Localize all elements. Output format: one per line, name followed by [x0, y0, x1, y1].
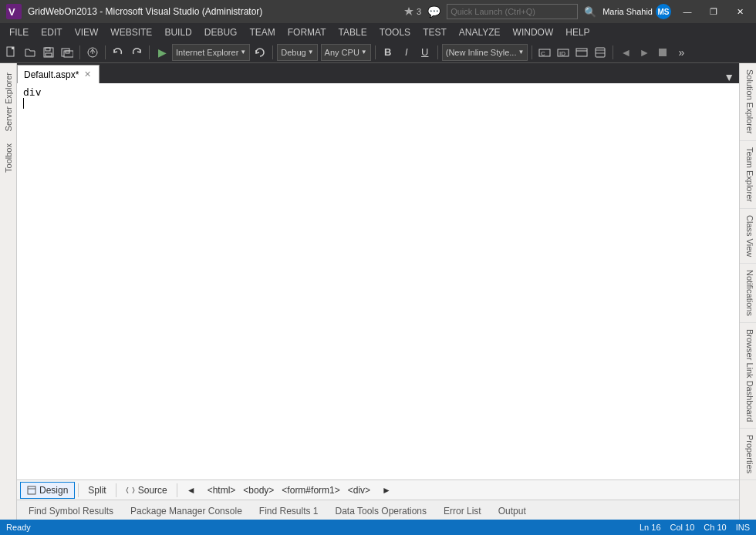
underline-btn[interactable]: U [417, 44, 434, 61]
menu-build[interactable]: BUILD [158, 25, 197, 39]
search-icon[interactable]: 🔍 [584, 6, 596, 18]
run-icon[interactable]: ▶ [154, 44, 170, 61]
breadcrumb-div[interactable]: <div> [344, 484, 374, 496]
sidebar-tab-solution-explorer[interactable]: Solution Explorer [740, 63, 756, 141]
breadcrumb-nav-back[interactable]: ◄ [181, 482, 202, 499]
sidebar-item-toolbox[interactable]: Toolbox [2, 137, 15, 179]
line-info: Ln 16 [640, 523, 661, 532]
sidebar-tab-browser-link-dashboard[interactable]: Browser Link Dashboard [740, 323, 756, 429]
more-btn2[interactable] [592, 44, 609, 61]
id-btn[interactable]: ID [555, 44, 572, 61]
notification-count: 3 [417, 7, 421, 16]
close-button[interactable]: ✕ [730, 4, 750, 19]
menu-edit[interactable]: EDIT [35, 25, 68, 39]
menu-team[interactable]: TEAM [243, 25, 281, 39]
publish-btn[interactable] [84, 44, 101, 61]
config-dropdown[interactable]: Debug ▼ [277, 44, 317, 61]
menu-format[interactable]: FORMAT [282, 25, 332, 39]
editor-area: Default.aspx* ✕ ▼ div [17, 63, 739, 520]
inline-style-dropdown[interactable]: (New Inline Style... ▼ [442, 44, 528, 61]
menu-tools[interactable]: TOOLS [373, 25, 417, 39]
tab-label: Default.aspx* [24, 69, 79, 80]
quick-launch-input[interactable] [447, 4, 578, 19]
tab-data-tools-operations[interactable]: Data Tools Operations [327, 501, 436, 520]
sidebar-tab-properties[interactable]: Properties [740, 429, 756, 480]
sep6 [437, 45, 438, 59]
menu-analyze[interactable]: ANALYZE [453, 25, 507, 39]
breadcrumb-html[interactable]: <html> [204, 484, 240, 496]
menu-window[interactable]: WINDOW [507, 25, 560, 39]
tab-bar: Default.aspx* ✕ ▼ [17, 63, 739, 83]
restore-button[interactable]: ❐ [704, 4, 724, 19]
tab-scroll-right[interactable]: ▼ [719, 71, 739, 83]
editor-sidebars: Server Explorer Toolbox Default.aspx* ✕ … [0, 63, 756, 520]
minimize-button[interactable]: — [677, 4, 697, 19]
open-file-btn[interactable] [22, 44, 39, 61]
sidebar-tab-notifications[interactable]: Notifications [740, 264, 756, 323]
editor-tab-default-aspx[interactable]: Default.aspx* ✕ [17, 65, 100, 83]
content-area: Server Explorer Toolbox Default.aspx* ✕ … [0, 63, 756, 535]
refresh-btn[interactable] [251, 44, 268, 61]
menu-view[interactable]: VIEW [69, 25, 105, 39]
title-bar-title: GridWebOn2013 - Microsoft Visual Studio … [28, 6, 262, 17]
vs-window: V GridWebOn2013 - Microsoft Visual Studi… [0, 0, 756, 535]
more-btn1[interactable] [573, 44, 590, 61]
menu-test[interactable]: TEST [417, 25, 453, 39]
design-btn[interactable]: Design [20, 482, 75, 499]
stop-btn[interactable] [654, 44, 671, 61]
tab-close-btn[interactable]: ✕ [82, 69, 93, 80]
notification-icon[interactable]: 3 [403, 6, 421, 17]
svg-rect-17 [596, 48, 605, 57]
breadcrumb-form[interactable]: <form#form1> [278, 484, 343, 496]
svg-rect-5 [46, 48, 50, 51]
status-left: Ready [6, 523, 31, 532]
cursor-line [23, 98, 733, 109]
sidebar-item-server-explorer[interactable]: Server Explorer [2, 66, 15, 137]
tab-error-list[interactable]: Error List [435, 501, 490, 520]
menu-table[interactable]: TABLE [332, 25, 373, 39]
menu-help[interactable]: HELP [559, 25, 596, 39]
bold-btn[interactable]: B [380, 44, 397, 61]
redo-btn[interactable] [128, 44, 145, 61]
svg-text:ID: ID [559, 50, 565, 57]
nav-fwd-btn[interactable]: ► [636, 44, 653, 61]
italic-btn[interactable]: I [398, 44, 415, 61]
sidebar-tab-team-explorer[interactable]: Team Explorer [740, 141, 756, 209]
sidebar-tab-class-view[interactable]: Class View [740, 209, 756, 264]
platform-dropdown[interactable]: Any CPU ▼ [321, 44, 371, 61]
tab-find-symbol-results[interactable]: Find Symbol Results [20, 501, 122, 520]
class-btn[interactable]: C [536, 44, 553, 61]
save-all-btn[interactable] [59, 44, 76, 61]
svg-rect-15 [576, 49, 587, 56]
tab-package-manager-console[interactable]: Package Manager Console [122, 501, 251, 520]
avatar[interactable]: MS [656, 4, 671, 19]
title-bar: V GridWebOn2013 - Microsoft Visual Studi… [0, 0, 756, 23]
save-btn[interactable] [40, 44, 57, 61]
user-name: Maria Shahid [602, 7, 653, 16]
left-sidebar: Server Explorer Toolbox [0, 63, 17, 520]
chat-icon[interactable]: 💬 [427, 5, 440, 18]
source-btn[interactable]: Source [120, 482, 174, 499]
menu-debug[interactable]: DEBUG [198, 25, 244, 39]
undo-btn[interactable] [110, 44, 127, 61]
split-btn[interactable]: Split [82, 482, 112, 499]
format-sep2 [116, 483, 116, 497]
tab-find-results-1[interactable]: Find Results 1 [251, 501, 327, 520]
tab-output[interactable]: Output [490, 501, 535, 520]
breadcrumb-nav-fwd[interactable]: ► [376, 482, 397, 499]
menu-file[interactable]: FILE [3, 25, 35, 39]
svg-rect-18 [659, 49, 667, 56]
new-project-btn[interactable] [3, 44, 20, 61]
breadcrumb-body[interactable]: <body> [239, 484, 278, 496]
browser-dropdown[interactable]: Internet Explorer ▼ [172, 44, 250, 61]
ch-info: Ch 10 [704, 523, 726, 532]
editor-content[interactable]: div [17, 83, 739, 479]
sep4 [272, 45, 273, 59]
menu-website[interactable]: WEBSITE [104, 25, 158, 39]
code-editor[interactable]: div [17, 83, 739, 479]
nav-back-btn[interactable]: ◄ [617, 44, 634, 61]
more-options-btn[interactable]: » [673, 44, 690, 61]
format-sep1 [78, 483, 79, 497]
status-bar: Ready Ln 16 Col 10 Ch 10 INS [0, 520, 756, 535]
text-cursor [23, 98, 24, 109]
